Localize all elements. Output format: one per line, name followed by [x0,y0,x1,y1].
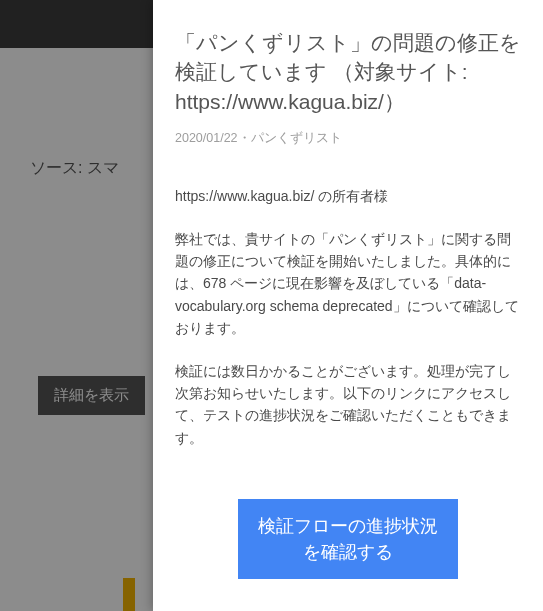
paragraph-2: 検証には数日かかることがございます。処理が完了し次第お知らせいたします。以下のリ… [175,360,521,450]
panel-meta: 2020/01/22・パンくずリスト [175,130,521,147]
verify-progress-button[interactable]: 検証フローの進捗状況を確認する [238,499,458,579]
owner-line: https://www.kagua.biz/ の所有者様 [175,185,521,207]
panel-title: 「パンくずリスト」の問題の修正を検証しています （対象サイト: https://… [175,28,521,116]
side-panel: 「パンくずリスト」の問題の修正を検証しています （対象サイト: https://… [153,0,543,611]
cta-wrap: 検証フローの進捗状況を確認する [175,499,521,579]
panel-category: パンくずリスト [251,131,342,145]
app-root: ソース: スマ 詳細を表示 「パンくずリスト」の問題の修正を検証しています （対… [0,0,543,611]
paragraph-1: 弊社では、貴サイトの「パンくずリスト」に関する問題の修正について検証を開始いたし… [175,228,521,340]
panel-body: https://www.kagua.biz/ の所有者様 弊社では、貴サイトの「… [175,185,521,469]
panel-date: 2020/01/22 [175,131,238,145]
meta-separator: ・ [238,131,251,145]
